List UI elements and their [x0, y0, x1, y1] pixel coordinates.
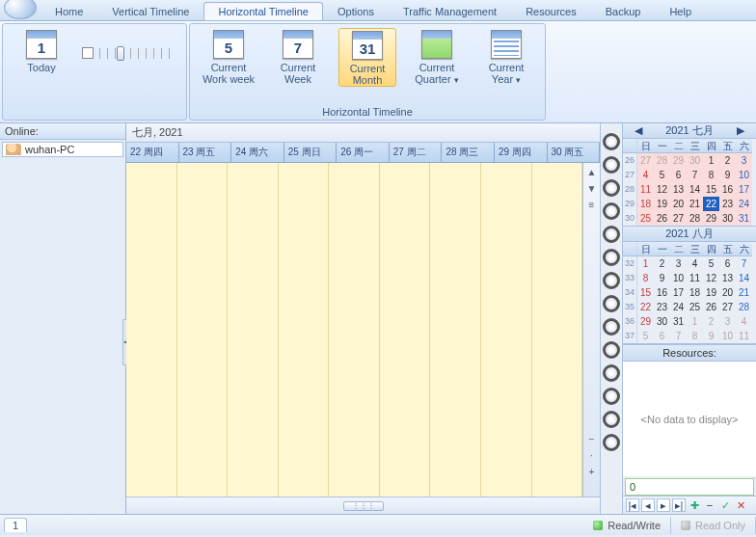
ribbon-quarter-button[interactable]: CurrentQuarter ▾ [408, 28, 466, 86]
collapse-icon[interactable]: ≡ [589, 200, 595, 210]
day-header[interactable]: 23 周五 [179, 143, 232, 162]
cal-next-icon[interactable]: ▶ [737, 124, 744, 137]
online-panel: Online: wuhan-PC [0, 123, 126, 514]
tab-home[interactable]: Home [40, 2, 97, 20]
ribbon: 1 Today 5CurrentWork week7CurrentWeek31C… [0, 21, 756, 123]
day-header[interactable]: 30 周五 [548, 143, 601, 162]
status-readonly: Read Only [695, 520, 745, 531]
remove-icon[interactable]: − [703, 498, 716, 512]
timeline-panel: ◀ 七月, 2021 22 周四23 周五24 周六25 周日26 周一27 周… [126, 123, 600, 514]
vertical-toolbar: ▲ ▼ ≡ − · + [582, 163, 600, 497]
resources-toolbar: |◂ ◂ ▸ ▸| ✚ − ✓ ✕ [623, 496, 756, 514]
tab-horizontal-timeline[interactable]: Horizontal Timeline [203, 2, 323, 20]
day-header[interactable]: 24 周六 [231, 143, 284, 162]
day-header[interactable]: 29 周四 [495, 143, 548, 162]
zoom-slider[interactable] [82, 47, 176, 59]
status-tab[interactable]: 1 [4, 518, 27, 532]
mini-calendar-2[interactable]: 日一二三四五六321234567338910111213143415161718… [623, 242, 756, 344]
cal-prev-icon[interactable]: ◀ [634, 124, 642, 137]
main-area: Online: wuhan-PC ◀ 七月, 2021 22 周四23 周五24… [0, 123, 756, 514]
confirm-icon[interactable]: ✓ [718, 498, 732, 512]
calendar-title-2: 2021 八月 [665, 227, 714, 241]
ribbon-group-horizontal-timeline: 5CurrentWork week7CurrentWeek31CurrentMo… [189, 23, 546, 121]
slider-thumb[interactable] [117, 46, 124, 61]
right-panel: ◀ 2021 七月 ▶ 日一二三四五六262728293012327456789… [623, 123, 756, 514]
ribbon-month-button[interactable]: 31CurrentMonth [338, 28, 396, 87]
tab-traffic-management[interactable]: Traffic Management [389, 2, 511, 20]
ribbon-year-button[interactable]: CurrentYear ▾ [477, 28, 535, 86]
zoom-out-icon[interactable]: − [589, 434, 595, 444]
day-header[interactable]: 22 周四 [126, 143, 179, 162]
add-icon[interactable]: ✚ [688, 498, 701, 512]
calendar-icon: 5 [213, 30, 244, 59]
calendar-icon: 7 [283, 30, 313, 59]
app-orb[interactable] [4, 0, 37, 19]
resources-header: Resources: [623, 344, 756, 362]
spiral-binder [600, 123, 623, 514]
cancel-icon[interactable]: ✕ [734, 498, 747, 512]
online-header: Online: [0, 123, 125, 140]
ribbon-group-today: 1 Today [2, 23, 187, 121]
status-readwrite: Read/Write [583, 517, 671, 534]
calendar-icon: 31 [352, 31, 383, 60]
last-icon[interactable]: ▸| [672, 498, 686, 512]
day-header[interactable]: 25 周日 [284, 143, 338, 162]
calendar-icon [491, 30, 522, 59]
day-header[interactable]: 27 周二 [390, 143, 443, 162]
online-user-row[interactable]: wuhan-PC [2, 142, 123, 157]
ribbon-week-button[interactable]: 7CurrentWeek [269, 28, 327, 85]
prev-icon[interactable]: ◂ [641, 498, 655, 512]
calendar-icon [421, 30, 452, 59]
today-button[interactable]: 1 Today [13, 28, 70, 73]
today-label: Today [27, 62, 55, 73]
user-icon [6, 144, 21, 155]
ribbon-work-week-button[interactable]: 5CurrentWork week [200, 28, 257, 85]
mini-calendar-1[interactable]: 日一二三四五六262728293012327456789102811121314… [623, 139, 756, 227]
first-icon[interactable]: |◂ [626, 498, 639, 512]
scroll-up-icon[interactable]: ▲ [587, 167, 597, 177]
zoom-in-icon[interactable]: + [589, 467, 595, 477]
timeline-grid[interactable] [126, 163, 582, 497]
tab-vertical-timeline[interactable]: Vertical Timeline [97, 2, 203, 20]
day-header[interactable]: 28 周三 [442, 143, 495, 162]
zoom-dot-icon[interactable]: · [590, 450, 593, 461]
day-header[interactable]: 26 周一 [337, 143, 390, 162]
tab-backup[interactable]: Backup [591, 2, 656, 20]
resources-body: <No data to display> [623, 362, 756, 476]
calendar-title-1: 2021 七月 [665, 123, 714, 138]
day-header-row: 22 周四23 周五24 周六25 周日26 周一27 周二28 周三29 周四… [126, 143, 600, 163]
menu-tabs: HomeVertical TimelineHorizontal Timeline… [0, 0, 756, 21]
timeline-title: 七月, 2021 [126, 123, 600, 143]
calendar-icon: 1 [26, 30, 57, 59]
tab-options[interactable]: Options [323, 2, 389, 20]
ribbon-group-caption: Horizontal Timeline [322, 104, 413, 118]
number-input[interactable]: 0 [625, 478, 754, 496]
tab-resources[interactable]: Resources [511, 2, 591, 20]
next-icon[interactable]: ▸ [657, 498, 670, 512]
status-bar: 1 Read/Write Read Only [0, 514, 756, 535]
online-user-name: wuhan-PC [25, 144, 74, 155]
scroll-down-icon[interactable]: ▼ [587, 183, 597, 194]
horizontal-scrollbar[interactable]: ⋮⋮⋮ [126, 497, 600, 514]
calendar-nav: ◀ 2021 七月 ▶ [623, 123, 756, 139]
slider-min-icon [82, 47, 94, 59]
tab-help[interactable]: Help [655, 2, 706, 20]
